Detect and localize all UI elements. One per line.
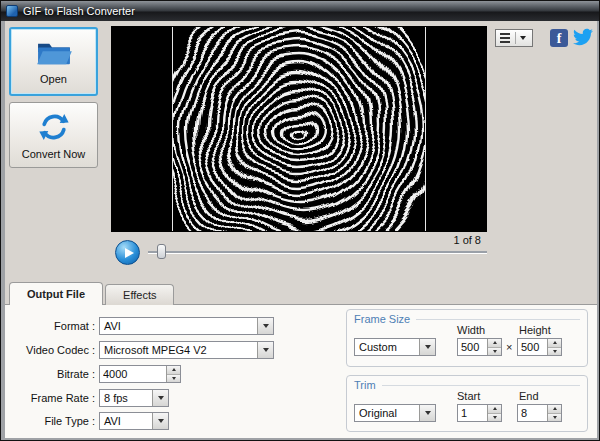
start-label: Start — [457, 390, 480, 402]
format-label: Format : — [15, 317, 95, 335]
tab-effects[interactable]: Effects — [105, 284, 174, 305]
video-codec-select[interactable]: Microsoft MPEG4 V2 — [99, 341, 274, 359]
group-divider — [416, 319, 580, 320]
format-select[interactable]: AVI — [99, 317, 274, 335]
spin-up-icon[interactable] — [167, 366, 180, 375]
convert-button-label: Convert Now — [22, 148, 86, 160]
trim-end-input[interactable] — [517, 404, 562, 422]
frame-rate-select[interactable]: 8 fps — [99, 389, 169, 407]
trim-group-label: Trim — [354, 379, 376, 391]
view-menu-button[interactable] — [495, 29, 533, 47]
video-codec-value: Microsoft MPEG4 V2 — [100, 342, 257, 358]
end-label: End — [519, 390, 539, 402]
dropdown-arrow-icon[interactable] — [257, 318, 273, 334]
frame-size-group: Frame Size Width Height Custom × — [346, 309, 588, 367]
frame-rate-label: Frame Rate : — [15, 389, 95, 407]
convert-now-button[interactable]: Convert Now — [9, 102, 98, 168]
twitter-icon[interactable] — [571, 27, 595, 47]
trim-group: Trim Start End Original — [346, 375, 588, 432]
trim-start-input[interactable] — [457, 404, 502, 422]
frame-slider[interactable] — [148, 243, 487, 261]
list-icon — [500, 33, 510, 43]
spin-down-icon[interactable] — [488, 348, 501, 356]
play-button[interactable] — [115, 240, 140, 265]
tab-output-file[interactable]: Output File — [9, 282, 103, 305]
dropdown-arrow-icon[interactable] — [419, 405, 435, 421]
open-button-label: Open — [40, 73, 67, 85]
spin-down-icon[interactable] — [548, 348, 561, 356]
spin-down-icon[interactable] — [167, 375, 180, 383]
trim-mode-select[interactable]: Original — [354, 404, 436, 422]
facebook-icon[interactable]: f — [550, 29, 568, 47]
frame-size-mode-value: Custom — [355, 339, 419, 355]
height-label: Height — [519, 324, 551, 336]
open-folder-icon — [35, 38, 73, 68]
height-value[interactable] — [518, 339, 547, 355]
open-button[interactable]: Open — [9, 27, 98, 96]
spin-up-icon[interactable] — [488, 405, 501, 414]
title-bar[interactable]: GIF to Flash Converter — [1, 1, 599, 21]
spin-up-icon[interactable] — [548, 405, 561, 414]
window-title: GIF to Flash Converter — [23, 5, 135, 17]
width-value[interactable] — [458, 339, 487, 355]
play-icon — [125, 248, 134, 258]
frame-rate-value: 8 fps — [100, 390, 152, 406]
file-type-select[interactable]: AVI — [99, 412, 169, 430]
spin-down-icon[interactable] — [488, 414, 501, 422]
dropdown-arrow-icon[interactable] — [257, 342, 273, 358]
spin-down-icon[interactable] — [548, 414, 561, 422]
width-input[interactable] — [457, 338, 502, 356]
gif-frame-image — [172, 27, 426, 231]
dropdown-arrow-icon[interactable] — [152, 390, 168, 406]
height-input[interactable] — [517, 338, 562, 356]
spin-up-icon[interactable] — [548, 339, 561, 348]
app-icon — [6, 5, 18, 17]
client-area: Open Convert Now — [5, 21, 597, 438]
menu-separator — [515, 32, 516, 44]
bitrate-value[interactable] — [100, 366, 166, 382]
bitrate-input[interactable] — [99, 365, 181, 383]
video-codec-label: Video Codec : — [15, 341, 95, 359]
trim-mode-value: Original — [355, 405, 419, 421]
slider-thumb[interactable] — [157, 244, 166, 259]
chevron-down-icon — [520, 36, 526, 43]
dropdown-arrow-icon[interactable] — [152, 413, 168, 429]
slider-track[interactable] — [148, 251, 487, 253]
trim-start-value[interactable] — [458, 405, 487, 421]
app-window: GIF to Flash Converter Open Convert Now — [0, 0, 600, 441]
format-value: AVI — [100, 318, 257, 334]
group-divider — [382, 385, 580, 386]
frame-size-mode-select[interactable]: Custom — [354, 338, 436, 356]
spin-up-icon[interactable] — [488, 339, 501, 348]
settings-tabs: Output File Effects — [9, 282, 176, 305]
multiply-sign: × — [506, 341, 512, 353]
preview-area — [111, 26, 487, 232]
convert-refresh-icon — [38, 111, 70, 143]
bitrate-label: Bitrate : — [15, 365, 95, 383]
frame-size-group-label: Frame Size — [354, 313, 410, 325]
trim-end-value[interactable] — [518, 405, 547, 421]
file-type-value: AVI — [100, 413, 152, 429]
file-type-label: File Type : — [15, 412, 95, 430]
dropdown-arrow-icon[interactable] — [419, 339, 435, 355]
width-label: Width — [457, 324, 485, 336]
